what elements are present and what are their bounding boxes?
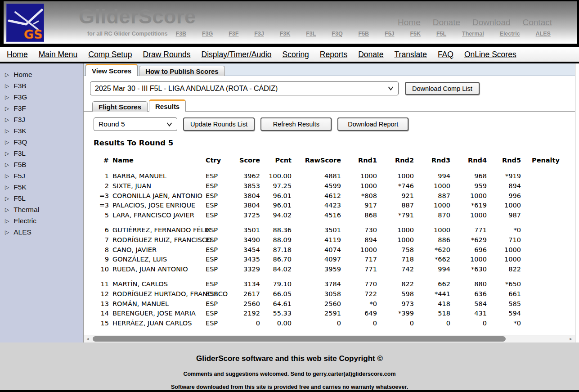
sidebar-item-f3f[interactable]: ▷F3F <box>0 103 83 114</box>
page: GS GliderScore for all RC Glider Competi… <box>0 0 579 392</box>
class-link[interactable]: F3L <box>306 31 316 37</box>
table-cell: ESP <box>206 280 230 288</box>
column-header: Penalty <box>521 157 559 164</box>
nav-link[interactable]: Draw Rounds <box>143 50 191 59</box>
class-link[interactable]: F5L <box>436 31 446 37</box>
table-cell: 822 <box>487 266 521 273</box>
sidebar-item-f3l[interactable]: ▷F3L <box>0 148 83 159</box>
scroll-right-icon[interactable]: ► <box>567 335 575 342</box>
nav-link[interactable]: Translate <box>395 50 427 59</box>
table-cell: 64.61 <box>260 300 292 307</box>
page-title: GliderScore <box>79 5 196 28</box>
top-link[interactable]: Contact <box>523 18 552 27</box>
tab-how-to-publish-scores[interactable]: How to Publish Scores <box>139 66 225 76</box>
round-select[interactable]: Round 5 <box>94 117 177 131</box>
table-row: 5LARA, FRANCISCO JAVIERESP372594.0245168… <box>95 210 575 220</box>
nav-link[interactable]: Scoring <box>283 50 309 59</box>
view-scores-panel: 2025 Mar 30 - III F5L - LIGA ANDALUZA (R… <box>84 76 575 335</box>
sidebar-item-thermal[interactable]: ▷Thermal <box>0 204 83 215</box>
top-link[interactable]: Download <box>472 18 511 27</box>
table-cell: 87.18 <box>260 246 292 253</box>
table-row: 2SIXTE, JUANESP385397.2545991000*7461000… <box>95 181 575 191</box>
table-cell: PALACIOS, JOSE ENRIQUE <box>109 202 206 209</box>
nav-link[interactable]: Main Menu <box>39 50 78 59</box>
table-cell: 1000 <box>341 172 377 180</box>
sidebar-item-ales[interactable]: ▷ALES <box>0 226 83 238</box>
table-cell: 3853 <box>230 182 260 189</box>
sidebar-item-f3q[interactable]: ▷F3Q <box>0 136 83 148</box>
table-cell: RUEDA, JUAN ANTONIO <box>109 266 206 273</box>
class-link[interactable]: F3B <box>176 31 187 37</box>
tab-view-scores[interactable]: View Scores <box>85 64 138 76</box>
sidebar-item-f5j[interactable]: ▷F5J <box>0 170 83 181</box>
sidebar-item-f5l[interactable]: ▷F5L <box>0 193 83 204</box>
table-cell: 418 <box>414 300 450 307</box>
class-link[interactable]: ALES <box>536 31 551 37</box>
top-link[interactable]: Home <box>398 18 421 27</box>
sidebar-item-f5k[interactable]: ▷F5K <box>0 181 83 193</box>
nav-link[interactable]: Home <box>7 50 28 59</box>
top-link[interactable]: Donate <box>433 18 460 27</box>
class-link[interactable]: F5J <box>385 31 395 37</box>
table-cell: 55.33 <box>260 310 292 317</box>
sidebar-item-f3k[interactable]: ▷F3K <box>0 125 83 136</box>
competition-select[interactable]: 2025 Mar 30 - III F5L - LIGA ANDALUZA (R… <box>90 81 399 95</box>
scroll-left-icon[interactable]: ◄ <box>84 335 91 342</box>
class-link[interactable]: F3Q <box>332 31 342 37</box>
expand-triangle-icon: ▷ <box>5 72 9 77</box>
sidebar-item-label: F3G <box>13 93 27 101</box>
class-link[interactable]: F3J <box>254 31 264 37</box>
class-link[interactable]: Electric <box>500 31 520 37</box>
table-cell: CANO, JAVIER <box>109 246 206 253</box>
download-comp-list-button[interactable]: Download Comp List <box>405 82 480 95</box>
table-cell: 649 <box>341 310 377 317</box>
update-rounds-list-button[interactable]: Update Rounds List <box>183 117 255 131</box>
table-cell: 996 <box>487 192 521 199</box>
class-link[interactable]: F5K <box>410 31 421 37</box>
table-cell: 3501 <box>230 226 260 234</box>
sidebar-item-electric[interactable]: ▷Electric <box>0 215 83 226</box>
class-link[interactable]: F3K <box>280 31 291 37</box>
table-cell: 968 <box>450 172 487 180</box>
class-link[interactable]: F3F <box>229 31 238 37</box>
table-cell: 96.01 <box>260 192 292 199</box>
table-cell: 3329 <box>230 266 260 273</box>
table-cell: 959 <box>450 182 487 189</box>
nav-link[interactable]: Donate <box>358 50 383 59</box>
tab-flight-scores[interactable]: Flight Scores <box>92 101 148 112</box>
sidebar-item-f5b[interactable]: ▷F5B <box>0 159 83 170</box>
sidebar-item-home[interactable]: ▷Home <box>0 69 83 80</box>
footer-copyright: GliderScore software and this web site C… <box>0 342 579 363</box>
class-link[interactable]: F5B <box>359 31 369 37</box>
nav-link[interactable]: Comp Setup <box>88 50 132 59</box>
sidebar-item-f3b[interactable]: ▷F3B <box>0 80 83 91</box>
table-cell: 730 <box>341 226 377 234</box>
refresh-results-button[interactable]: Refresh Results <box>260 117 332 131</box>
scrollbar-thumb[interactable] <box>93 336 506 342</box>
sidebar-item-f3g[interactable]: ▷F3G <box>0 91 83 103</box>
table-cell: 4612 <box>292 192 341 199</box>
table-cell: 921 <box>377 192 414 199</box>
download-report-button[interactable]: Download Report <box>337 117 408 131</box>
table-cell: 994 <box>414 266 450 273</box>
class-link[interactable]: Thermal <box>462 31 484 37</box>
table-cell: GONZÁLEZ, LUIS <box>109 256 206 263</box>
table-cell: 0 <box>450 320 487 327</box>
table-cell: 894 <box>341 236 377 243</box>
table-cell: *399 <box>377 310 414 317</box>
table-cell: 594 <box>487 310 521 317</box>
sidebar-item-f3j[interactable]: ▷F3J <box>0 114 83 125</box>
tab-results[interactable]: Results <box>149 99 186 112</box>
class-link[interactable]: F3G <box>202 31 213 37</box>
nav-link[interactable]: Reports <box>320 50 347 59</box>
nav-link[interactable]: FAQ <box>438 50 453 59</box>
table-cell: BERENGUER, JOSE MARIA <box>109 310 206 317</box>
table-cell: 822 <box>377 280 414 288</box>
table-cell: 973 <box>377 300 414 307</box>
table-cell: 880 <box>450 280 487 288</box>
table-cell: 4516 <box>292 212 341 219</box>
horizontal-scrollbar[interactable]: ◄ ► <box>84 335 575 342</box>
nav-link[interactable]: OnLine Scores <box>464 50 516 59</box>
table-cell: 994 <box>414 172 450 180</box>
nav-link[interactable]: Display/Timer/Audio <box>202 50 272 59</box>
